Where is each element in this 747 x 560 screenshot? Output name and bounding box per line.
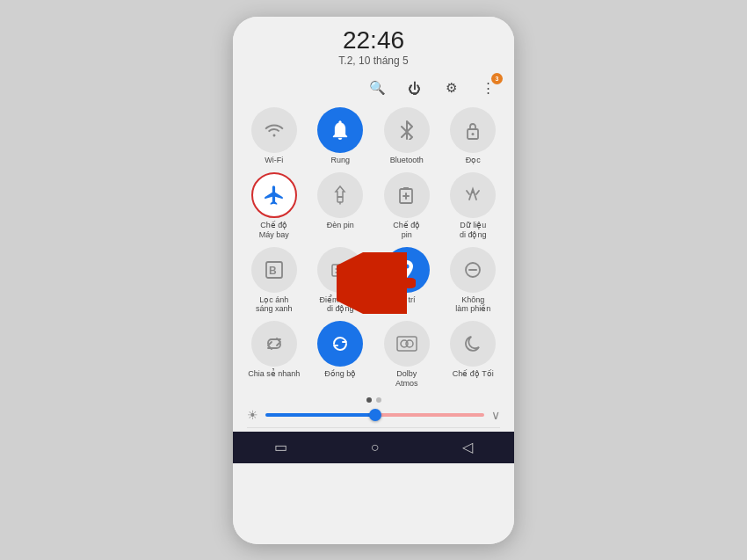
tiles-row-1: Wi-Fi Rung Bluetooth [233, 104, 514, 169]
status-bar: 22:46 T.2, 10 tháng 5 [233, 17, 514, 69]
sync-label: Đồng bộ [324, 369, 356, 379]
back-button[interactable]: ◁ [462, 439, 473, 455]
tiles-row-3: B Lọc ánhsáng xanh Điểm tr.cậpdi động [233, 244, 514, 318]
brightness-row: ☀ ∨ [233, 406, 514, 424]
tile-dark-mode[interactable]: Chế độ Tối [443, 321, 504, 389]
dark-mode-icon [450, 321, 496, 367]
rung-icon [317, 107, 363, 153]
menu-badge: 3 [491, 73, 503, 84]
doc-label: Đọc [466, 156, 481, 165]
hotspot-icon [317, 247, 363, 293]
data-icon [450, 172, 496, 218]
tile-rung[interactable]: Rung [310, 107, 372, 165]
brightness-thumb[interactable] [369, 409, 381, 421]
tile-wifi[interactable]: Wi-Fi [243, 107, 305, 165]
battery-mode-label: Chế độpin [393, 221, 420, 240]
tile-quick-share[interactable]: Chia sẻ nhanh [243, 321, 305, 389]
svg-rect-11 [332, 265, 348, 276]
phone-frame: 22:46 T.2, 10 tháng 5 🔍 ⏻ ⚙ ⋮ 3 [233, 17, 514, 544]
svg-point-17 [406, 340, 413, 347]
brightness-expand-icon[interactable]: ∨ [491, 408, 500, 422]
tile-hotspot[interactable]: Điểm tr.cậpdi động [310, 247, 372, 315]
screen: 22:46 T.2, 10 tháng 5 🔍 ⏻ ⚙ ⋮ 3 [233, 17, 514, 544]
quick-share-icon [251, 321, 297, 367]
svg-rect-3 [337, 197, 343, 202]
tile-battery-mode[interactable]: Chế độpin [376, 172, 438, 240]
menu-icon[interactable]: ⋮ 3 [475, 76, 500, 100]
svg-marker-2 [336, 186, 344, 197]
power-icon[interactable]: ⏻ [402, 76, 426, 100]
svg-point-1 [472, 133, 475, 135]
tile-flashlight[interactable]: Đèn pin [310, 172, 372, 240]
dark-mode-label: Chế độ Tối [453, 369, 494, 379]
blue-filter-icon: B [251, 247, 297, 293]
dnd-label: Khônglàm phiền [455, 295, 490, 315]
airplane-icon [251, 172, 297, 218]
dolby-label: DolbyAtmos [395, 369, 418, 389]
battery-mode-icon [384, 172, 430, 218]
dot-1 [366, 397, 372, 403]
nav-bar: ▭ ○ ◁ [233, 432, 514, 463]
tile-data[interactable]: Dữ liệudi động [443, 172, 504, 240]
rung-label: Rung [330, 156, 350, 165]
bluetooth-label: Bluetooth [390, 156, 424, 165]
svg-text:B: B [269, 265, 277, 277]
clock: 22:46 [233, 27, 514, 55]
settings-icon[interactable]: ⚙ [439, 76, 463, 100]
quick-share-label: Chia sẻ nhanh [248, 369, 300, 379]
tile-blue-filter[interactable]: B Lọc ánhsáng xanh [243, 247, 305, 315]
tile-dolby[interactable]: DolbyAtmos [376, 321, 438, 389]
flashlight-icon [317, 172, 363, 218]
recent-apps-button[interactable]: ▭ [274, 439, 287, 455]
blue-filter-label: Lọc ánhsáng xanh [256, 295, 293, 315]
hotspot-label: Điểm tr.cậpdi động [319, 295, 361, 315]
page-dots [233, 397, 514, 403]
svg-rect-6 [403, 187, 409, 190]
tiles-row-4: Chia sẻ nhanh Đồng bộ [233, 317, 514, 392]
home-button[interactable]: ○ [371, 440, 380, 455]
bluetooth-icon [384, 107, 430, 153]
separator [247, 427, 500, 428]
doc-icon [450, 107, 496, 153]
top-icons-row: 🔍 ⏻ ⚙ ⋮ 3 [233, 69, 514, 104]
tile-doc[interactable]: Đọc [443, 107, 504, 165]
brightness-icon: ☀ [247, 408, 258, 422]
date: T.2, 10 tháng 5 [233, 55, 514, 67]
sync-icon [317, 321, 363, 367]
dolby-icon [384, 321, 430, 367]
wifi-label: Wi-Fi [265, 156, 283, 165]
tile-airplane[interactable]: Chế độMáy bay [243, 172, 305, 240]
wifi-icon [251, 107, 297, 153]
svg-point-12 [404, 264, 409, 268]
tile-dnd[interactable]: Khônglàm phiền [443, 247, 504, 315]
dnd-icon [450, 247, 496, 293]
search-icon[interactable]: 🔍 [365, 76, 389, 100]
dot-2 [376, 397, 381, 403]
data-label: Dữ liệudi động [460, 221, 487, 240]
tile-location[interactable]: Vị trí [376, 247, 438, 315]
location-label: Vị trí [398, 295, 416, 305]
tile-bluetooth[interactable]: Bluetooth [376, 107, 438, 165]
tile-sync[interactable]: Đồng bộ [310, 321, 372, 389]
flashlight-label: Đèn pin [327, 221, 354, 230]
brightness-slider[interactable] [265, 413, 484, 417]
location-icon [384, 247, 430, 293]
tiles-row-2: Chế độMáy bay Đèn pin [233, 169, 514, 244]
airplane-label: Chế độMáy bay [259, 221, 289, 240]
